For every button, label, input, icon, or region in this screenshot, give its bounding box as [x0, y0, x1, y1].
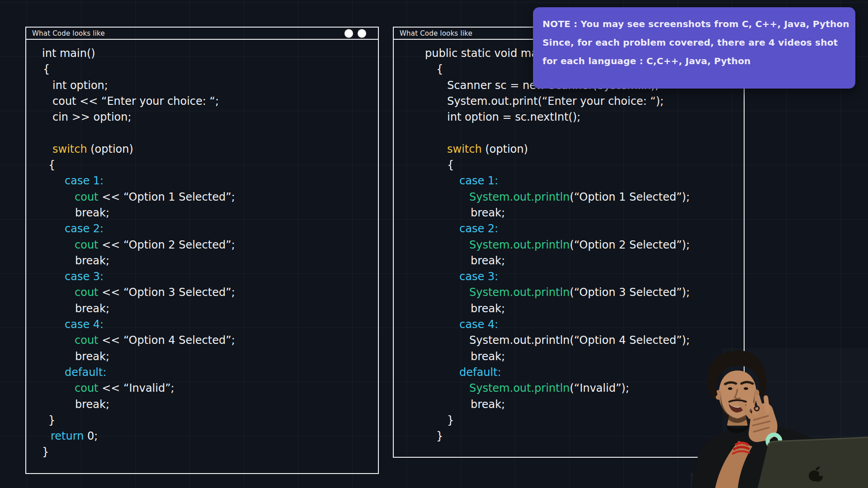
code-line: System.out.println(“Option 2 Selected”); — [394, 237, 744, 253]
code-token: default: — [459, 366, 501, 379]
code-token: case 4: — [65, 318, 104, 331]
code-token: break; — [75, 206, 109, 219]
code-token: (“Option 1 Selected”); — [570, 191, 690, 203]
code-token: (“Option 2 Selected”); — [570, 239, 690, 251]
code-line: int option = sc.nextInt(); — [394, 109, 744, 125]
code-token: (option) — [482, 143, 528, 155]
code-line: cout << “Option 1 Selected”; — [26, 189, 378, 205]
code-line: return 0; — [26, 428, 378, 444]
code-line: { — [26, 61, 378, 77]
code-block-cpp: int main(){int option;cout << “Enter you… — [26, 46, 378, 460]
code-line: case 4: — [394, 317, 744, 333]
code-token: break; — [75, 302, 109, 315]
code-token: break; — [471, 302, 505, 315]
code-line: break; — [26, 253, 378, 269]
code-line: System.out.println(“Option 1 Selected”); — [394, 189, 744, 205]
code-token: << “Option 4 Selected”; — [99, 334, 235, 347]
code-token: 0; — [84, 430, 98, 442]
code-token: System.out.println — [469, 239, 570, 251]
code-token: } — [447, 414, 454, 427]
code-token: (“Option 3 Selected”); — [570, 286, 690, 299]
code-line: case 3: — [394, 269, 744, 285]
code-line: break; — [26, 301, 378, 317]
code-line: break; — [394, 205, 744, 221]
code-line: int option; — [26, 78, 378, 94]
code-token: cout — [75, 286, 99, 299]
code-line: } — [26, 444, 378, 460]
code-line: case 2: — [26, 221, 378, 237]
code-token: cout << “Enter your choice: “; — [52, 95, 219, 108]
code-token: default: — [65, 366, 107, 379]
code-line: System.out.println(“Option 4 Selected”); — [394, 333, 744, 348]
code-line: break; — [394, 301, 744, 317]
code-line: cin >> option; — [26, 109, 378, 125]
code-token: cout — [75, 382, 99, 394]
code-token: System.out.println — [469, 286, 570, 299]
code-token: << “Option 2 Selected”; — [99, 239, 235, 251]
code-token: switch — [447, 143, 482, 155]
code-line: { — [394, 157, 744, 173]
code-token: break; — [471, 206, 505, 219]
code-token: break; — [471, 350, 505, 363]
code-line: } — [26, 413, 378, 428]
code-line: break; — [394, 253, 744, 269]
code-token: { — [436, 63, 443, 75]
code-line: break; — [26, 349, 378, 365]
code-token: System.out.print(“Enter your choice: “); — [447, 95, 664, 108]
code-line: cout << “Option 3 Selected”; — [26, 285, 378, 300]
note-banner: NOTE : You may see screenshots from C, C… — [533, 7, 855, 89]
code-token: int main() — [42, 47, 95, 60]
code-line: default: — [26, 365, 378, 380]
video-slide: { "meta": { "background": "#10141c", "gr… — [0, 0, 868, 488]
code-token: cout — [75, 191, 99, 203]
window-title: What Code looks like — [394, 29, 472, 38]
code-line — [26, 125, 378, 141]
code-token: { — [48, 159, 55, 171]
code-token: case 1: — [65, 174, 104, 187]
code-line: case 2: — [394, 221, 744, 237]
code-token: break; — [471, 398, 505, 411]
code-token: << “Option 1 Selected”; — [99, 191, 235, 203]
code-token: case 2: — [65, 222, 104, 235]
window-control-dot-icon — [344, 29, 353, 38]
code-token: (“Invalid”); — [570, 382, 629, 394]
code-token: return — [51, 430, 84, 442]
code-token: } — [42, 446, 49, 458]
note-text-line: Since, for each problem covered, there a… — [542, 33, 855, 52]
code-line: case 1: — [26, 173, 378, 189]
code-line: cout << “Option 2 Selected”; — [26, 237, 378, 253]
code-line: case 1: — [394, 173, 744, 189]
code-window-cpp: What Code looks like int main(){int opti… — [25, 27, 379, 474]
window-title: What Code looks like — [26, 29, 105, 38]
code-token: } — [48, 414, 55, 427]
code-line: cout << “Enter your choice: “; — [26, 94, 378, 109]
code-token: System.out.println(“Option 4 Selected”); — [469, 334, 690, 347]
code-token: case 3: — [459, 270, 498, 283]
code-token: break; — [75, 350, 109, 363]
code-token: cout — [75, 334, 99, 347]
window-titlebar: What Code looks like — [26, 28, 378, 40]
code-line: case 4: — [26, 317, 378, 333]
code-line: break; — [26, 397, 378, 413]
code-token: case 4: — [459, 318, 498, 331]
code-token: break; — [471, 254, 505, 267]
code-token: case 3: — [65, 270, 104, 283]
code-line: int main() — [26, 46, 378, 61]
code-line: switch (option) — [26, 141, 378, 157]
code-token: cin >> option; — [52, 111, 132, 123]
code-token: (option) — [87, 143, 133, 155]
note-text-line: for each language : C,C++, Java, Python — [542, 52, 855, 70]
code-line: System.out.print(“Enter your choice: “); — [394, 94, 744, 109]
code-token: cout — [75, 239, 99, 251]
code-token: break; — [75, 398, 109, 411]
code-token: int option = sc.nextInt(); — [447, 111, 580, 123]
note-text-line: NOTE : You may see screenshots from C, C… — [542, 15, 855, 33]
code-line: System.out.println(“Option 3 Selected”); — [394, 285, 744, 300]
code-token: } — [436, 430, 443, 442]
code-token: System.out.println — [469, 382, 570, 394]
code-token: break; — [75, 254, 109, 267]
code-token: System.out.println — [469, 191, 570, 203]
code-token: case 1: — [459, 174, 498, 187]
code-line: break; — [26, 205, 378, 221]
code-line: cout << “Invalid”; — [26, 380, 378, 396]
